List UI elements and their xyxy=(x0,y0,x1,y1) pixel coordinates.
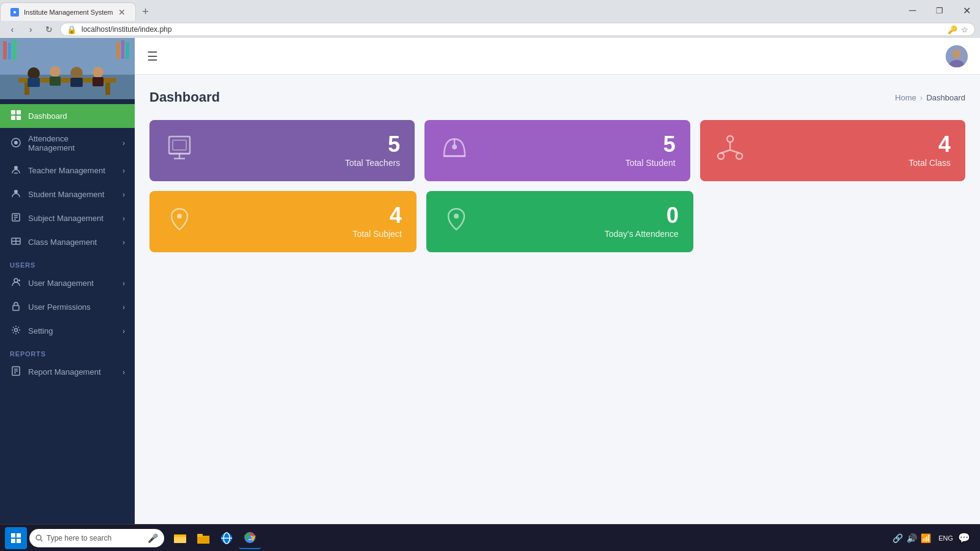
browser-tab[interactable]: Institute Management System ✕ xyxy=(0,2,136,21)
class-arrow: › xyxy=(123,238,125,247)
sidebar-item-setting[interactable]: Setting › xyxy=(0,319,135,343)
taskbar-tray: 🔗 🔊 📶 ENG 💬 xyxy=(892,532,975,544)
svg-rect-25 xyxy=(17,116,21,120)
teacher-label: Teacher Management xyxy=(28,166,116,175)
class-card-content: 4 Total Class xyxy=(909,133,951,168)
taskbar-search[interactable]: Type here to search 🎤 xyxy=(29,529,164,547)
svg-point-27 xyxy=(14,141,18,144)
svg-point-70 xyxy=(36,535,41,540)
lock-icon xyxy=(10,301,22,313)
sidebar-item-attendance[interactable]: Attendence Management › xyxy=(0,128,135,159)
sidebar-item-class[interactable]: Class Management › xyxy=(0,230,135,254)
teacher-icon xyxy=(10,165,22,176)
reports-section-label: REPORTS xyxy=(0,343,135,360)
total-subject-card[interactable]: 4 Total Subject xyxy=(149,191,417,252)
class-card-icon xyxy=(715,133,745,169)
sidebar-item-user-management[interactable]: User Management › xyxy=(0,271,135,295)
address-bar[interactable]: 🔒 localhost/institute/index.php 🔑 ☆ xyxy=(60,23,975,36)
mic-icon[interactable]: 🎤 xyxy=(148,533,158,543)
tab-close-button[interactable]: ✕ xyxy=(118,7,126,17)
svg-rect-21 xyxy=(126,42,129,59)
page-title: Dashboard xyxy=(149,89,220,105)
svg-rect-13 xyxy=(70,78,83,87)
start-button[interactable] xyxy=(5,527,27,549)
taskbar-app-folder[interactable] xyxy=(192,527,214,549)
svg-rect-23 xyxy=(17,110,21,114)
svg-point-1 xyxy=(13,11,16,13)
topbar: ☰ xyxy=(135,38,980,75)
svg-rect-76 xyxy=(197,534,203,537)
user-permissions-arrow: › xyxy=(123,303,125,312)
address-text: localhost/institute/index.php xyxy=(81,25,943,34)
hamburger-button[interactable]: ☰ xyxy=(147,49,158,64)
user-avatar[interactable] xyxy=(946,45,968,67)
svg-rect-24 xyxy=(11,116,15,120)
breadcrumb-separator: › xyxy=(920,93,922,102)
subject-count: 4 xyxy=(353,204,402,227)
sidebar-item-subject[interactable]: Subject Management › xyxy=(0,206,135,230)
svg-line-63 xyxy=(730,150,739,153)
svg-rect-11 xyxy=(50,77,61,86)
sidebar-item-user-permissions[interactable]: User Permissions › xyxy=(0,295,135,319)
report-management-label: Report Management xyxy=(28,367,116,377)
svg-point-48 xyxy=(952,50,961,58)
attendance-label: Today's Attendence xyxy=(605,229,679,239)
sidebar-item-student[interactable]: Student Management › xyxy=(0,182,135,206)
svg-point-42 xyxy=(15,329,18,332)
svg-point-38 xyxy=(14,279,18,282)
svg-rect-50 xyxy=(169,137,190,154)
back-button[interactable]: ‹ xyxy=(5,22,20,37)
svg-line-62 xyxy=(721,150,730,153)
sidebar-item-dashboard[interactable]: Dashboard xyxy=(0,104,135,128)
close-button[interactable]: ✕ xyxy=(953,0,980,21)
empty-card-slot xyxy=(703,191,965,252)
key-icon: 🔑 xyxy=(948,25,957,34)
stats-row-2: 4 Total Subject 0 Today's Attendence xyxy=(149,191,965,252)
taskbar: Type here to search 🎤 🔗 🔊 📶 ENG 💬 xyxy=(0,524,980,551)
minimize-button[interactable]: ─ xyxy=(899,0,926,21)
new-tab-button[interactable]: + xyxy=(136,2,156,21)
maximize-button[interactable]: ❐ xyxy=(926,0,953,21)
sidebar-item-report-management[interactable]: Report Management › xyxy=(0,360,135,384)
svg-rect-73 xyxy=(174,537,186,543)
network-icon: 🔗 xyxy=(892,533,903,543)
subject-label: Total Subject xyxy=(353,229,402,239)
user-management-label: User Management xyxy=(28,279,116,288)
subject-card-content: 4 Total Subject xyxy=(353,204,402,239)
svg-rect-20 xyxy=(121,40,124,59)
todays-attendance-card[interactable]: 0 Today's Attendence xyxy=(426,191,693,252)
svg-point-65 xyxy=(454,214,459,219)
tab-favicon xyxy=(10,8,19,17)
student-arrow: › xyxy=(123,190,125,199)
total-students-card[interactable]: 5 Total Student xyxy=(424,120,690,181)
class-count: 4 xyxy=(909,133,951,156)
taskbar-search-placeholder: Type here to search xyxy=(47,534,111,542)
svg-rect-19 xyxy=(116,42,120,59)
student-icon xyxy=(10,189,22,200)
svg-rect-16 xyxy=(3,41,7,59)
svg-rect-9 xyxy=(28,78,40,87)
subject-label: Subject Management xyxy=(28,214,116,223)
svg-point-12 xyxy=(70,67,83,79)
user-permissions-label: User Permissions xyxy=(28,302,116,312)
reload-button[interactable]: ↻ xyxy=(42,22,56,37)
taskbar-app-chrome[interactable] xyxy=(239,527,261,549)
breadcrumb-home[interactable]: Home xyxy=(895,93,916,102)
teachers-label: Total Teachers xyxy=(345,158,400,168)
star-icon[interactable]: ☆ xyxy=(961,25,968,34)
forward-button[interactable]: › xyxy=(23,22,38,37)
taskbar-app-explorer[interactable] xyxy=(169,527,191,549)
total-teachers-card[interactable]: 5 Total Teachers xyxy=(149,120,415,181)
svg-rect-74 xyxy=(174,534,180,537)
taskbar-app-ie[interactable] xyxy=(216,527,238,549)
class-label: Total Class xyxy=(909,158,951,168)
students-count: 5 xyxy=(625,133,676,156)
attendance-card-icon xyxy=(441,204,472,240)
sidebar-item-teacher[interactable]: Teacher Management › xyxy=(0,159,135,182)
svg-point-64 xyxy=(177,214,182,219)
total-class-card[interactable]: 4 Total Class xyxy=(700,120,965,181)
tray-icons: 🔗 🔊 📶 xyxy=(892,533,931,543)
svg-rect-7 xyxy=(105,83,110,95)
notification-icon[interactable]: 💬 xyxy=(958,532,970,544)
report-icon xyxy=(10,366,22,378)
